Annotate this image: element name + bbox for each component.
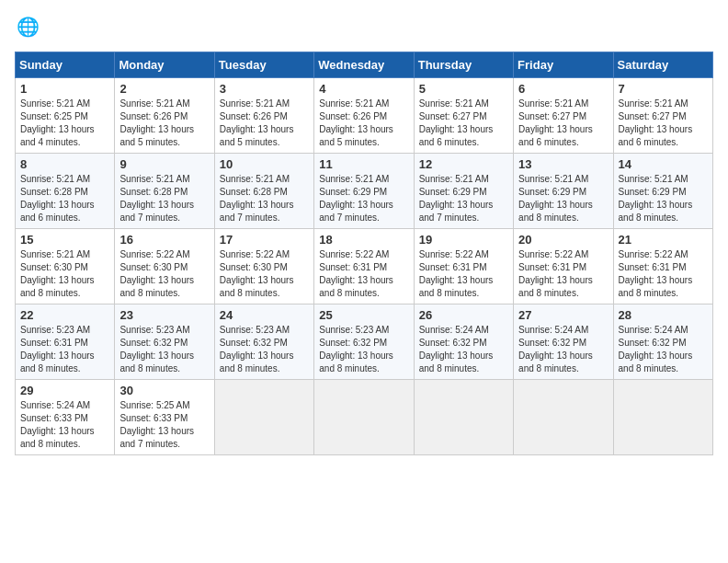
calendar-week-row: 29 Sunrise: 5:24 AMSunset: 6:33 PMDaylig… [16,380,713,455]
day-number: 5 [419,82,508,96]
calendar-body: 1 Sunrise: 5:21 AMSunset: 6:25 PMDayligh… [16,78,713,455]
calendar-table: SundayMondayTuesdayWednesdayThursdayFrid… [15,52,713,455]
page-header: 🌐 [15,15,713,40]
day-detail: Sunrise: 5:21 AMSunset: 6:29 PMDaylight:… [419,174,494,223]
day-number: 11 [319,157,408,171]
logo-icon: 🌐 [15,15,40,40]
day-number: 6 [518,82,608,96]
day-number: 22 [20,308,109,322]
calendar-cell: 6 Sunrise: 5:21 AMSunset: 6:27 PMDayligh… [514,78,613,154]
weekday-header-tuesday: Tuesday [214,52,313,78]
day-number: 8 [20,157,109,171]
day-number: 15 [20,233,109,247]
calendar-week-row: 1 Sunrise: 5:21 AMSunset: 6:25 PMDayligh… [16,78,713,154]
logo: 🌐 [15,15,44,40]
day-number: 7 [619,82,708,96]
weekday-header-thursday: Thursday [414,52,513,78]
calendar-cell [514,380,613,455]
calendar-week-row: 22 Sunrise: 5:23 AMSunset: 6:31 PMDaylig… [16,304,713,380]
day-detail: Sunrise: 5:23 AMSunset: 6:31 PMDaylight:… [20,325,95,373]
day-number: 16 [119,233,209,247]
day-number: 23 [119,308,209,322]
day-number: 13 [518,157,608,171]
weekday-header-sunday: Sunday [16,52,115,78]
day-detail: Sunrise: 5:23 AMSunset: 6:32 PMDaylight:… [220,325,294,373]
day-number: 4 [319,82,408,96]
day-detail: Sunrise: 5:25 AMSunset: 6:33 PMDaylight:… [119,400,194,449]
day-detail: Sunrise: 5:24 AMSunset: 6:32 PMDaylight:… [619,325,693,373]
day-detail: Sunrise: 5:21 AMSunset: 6:28 PMDaylight:… [119,174,194,223]
calendar-cell: 8 Sunrise: 5:21 AMSunset: 6:28 PMDayligh… [16,154,115,229]
calendar-cell: 29 Sunrise: 5:24 AMSunset: 6:33 PMDaylig… [16,380,115,455]
day-detail: Sunrise: 5:21 AMSunset: 6:27 PMDaylight:… [419,98,494,147]
calendar-cell: 9 Sunrise: 5:21 AMSunset: 6:28 PMDayligh… [115,154,214,229]
day-detail: Sunrise: 5:21 AMSunset: 6:26 PMDaylight:… [220,98,294,147]
calendar-cell: 23 Sunrise: 5:23 AMSunset: 6:32 PMDaylig… [115,304,214,380]
day-detail: Sunrise: 5:22 AMSunset: 6:30 PMDaylight:… [220,249,294,298]
calendar-cell: 30 Sunrise: 5:25 AMSunset: 6:33 PMDaylig… [115,380,214,455]
calendar-cell: 28 Sunrise: 5:24 AMSunset: 6:32 PMDaylig… [613,304,712,380]
day-number: 19 [419,233,508,247]
calendar-cell: 20 Sunrise: 5:22 AMSunset: 6:31 PMDaylig… [514,229,613,304]
day-number: 20 [518,233,608,247]
calendar-cell: 19 Sunrise: 5:22 AMSunset: 6:31 PMDaylig… [414,229,513,304]
day-detail: Sunrise: 5:21 AMSunset: 6:25 PMDaylight:… [20,98,95,147]
day-number: 9 [119,157,209,171]
calendar-cell: 10 Sunrise: 5:21 AMSunset: 6:28 PMDaylig… [214,154,313,229]
day-detail: Sunrise: 5:21 AMSunset: 6:29 PMDaylight:… [518,174,593,223]
day-detail: Sunrise: 5:21 AMSunset: 6:28 PMDaylight:… [220,174,294,223]
day-detail: Sunrise: 5:21 AMSunset: 6:26 PMDaylight:… [319,98,393,147]
calendar-cell: 7 Sunrise: 5:21 AMSunset: 6:27 PMDayligh… [613,78,712,154]
day-number: 17 [220,233,309,247]
day-number: 12 [419,157,508,171]
calendar-cell: 3 Sunrise: 5:21 AMSunset: 6:26 PMDayligh… [214,78,313,154]
calendar-cell: 5 Sunrise: 5:21 AMSunset: 6:27 PMDayligh… [414,78,513,154]
calendar-cell: 26 Sunrise: 5:24 AMSunset: 6:32 PMDaylig… [414,304,513,380]
calendar-cell: 4 Sunrise: 5:21 AMSunset: 6:26 PMDayligh… [314,78,414,154]
day-number: 14 [619,157,708,171]
day-detail: Sunrise: 5:21 AMSunset: 6:30 PMDaylight:… [20,249,95,298]
calendar-cell [613,380,712,455]
day-detail: Sunrise: 5:21 AMSunset: 6:29 PMDaylight:… [319,174,393,223]
day-number: 3 [220,82,309,96]
day-number: 18 [319,233,408,247]
day-number: 24 [220,308,309,322]
calendar-cell: 24 Sunrise: 5:23 AMSunset: 6:32 PMDaylig… [214,304,313,380]
calendar-cell: 27 Sunrise: 5:24 AMSunset: 6:32 PMDaylig… [514,304,613,380]
day-detail: Sunrise: 5:21 AMSunset: 6:27 PMDaylight:… [518,98,593,147]
calendar-cell: 25 Sunrise: 5:23 AMSunset: 6:32 PMDaylig… [314,304,414,380]
calendar-cell: 18 Sunrise: 5:22 AMSunset: 6:31 PMDaylig… [314,229,414,304]
calendar-cell: 13 Sunrise: 5:21 AMSunset: 6:29 PMDaylig… [514,154,613,229]
calendar-cell: 14 Sunrise: 5:21 AMSunset: 6:29 PMDaylig… [613,154,712,229]
calendar-cell [314,380,414,455]
calendar-header-row: SundayMondayTuesdayWednesdayThursdayFrid… [16,52,713,78]
day-number: 30 [119,384,209,397]
day-detail: Sunrise: 5:21 AMSunset: 6:26 PMDaylight:… [119,98,194,147]
day-detail: Sunrise: 5:22 AMSunset: 6:30 PMDaylight:… [119,249,194,298]
day-detail: Sunrise: 5:22 AMSunset: 6:31 PMDaylight:… [518,249,593,298]
calendar-cell: 22 Sunrise: 5:23 AMSunset: 6:31 PMDaylig… [16,304,115,380]
weekday-header-friday: Friday [514,52,613,78]
day-detail: Sunrise: 5:22 AMSunset: 6:31 PMDaylight:… [419,249,494,298]
calendar-week-row: 8 Sunrise: 5:21 AMSunset: 6:28 PMDayligh… [16,154,713,229]
calendar-cell: 1 Sunrise: 5:21 AMSunset: 6:25 PMDayligh… [16,78,115,154]
calendar-cell: 11 Sunrise: 5:21 AMSunset: 6:29 PMDaylig… [314,154,414,229]
day-number: 10 [220,157,309,171]
weekday-header-wednesday: Wednesday [314,52,414,78]
day-detail: Sunrise: 5:21 AMSunset: 6:28 PMDaylight:… [20,174,95,223]
svg-text:🌐: 🌐 [17,16,40,38]
weekday-header-saturday: Saturday [613,52,712,78]
calendar-week-row: 15 Sunrise: 5:21 AMSunset: 6:30 PMDaylig… [16,229,713,304]
day-number: 2 [119,82,209,96]
day-detail: Sunrise: 5:22 AMSunset: 6:31 PMDaylight:… [619,249,693,298]
calendar-cell [214,380,313,455]
day-number: 28 [619,308,708,322]
day-number: 1 [20,82,109,96]
day-number: 25 [319,308,408,322]
day-number: 21 [619,233,708,247]
day-number: 26 [419,308,508,322]
calendar-cell: 21 Sunrise: 5:22 AMSunset: 6:31 PMDaylig… [613,229,712,304]
day-detail: Sunrise: 5:24 AMSunset: 6:33 PMDaylight:… [20,400,95,449]
day-detail: Sunrise: 5:22 AMSunset: 6:31 PMDaylight:… [319,249,393,298]
day-detail: Sunrise: 5:23 AMSunset: 6:32 PMDaylight:… [319,325,393,373]
